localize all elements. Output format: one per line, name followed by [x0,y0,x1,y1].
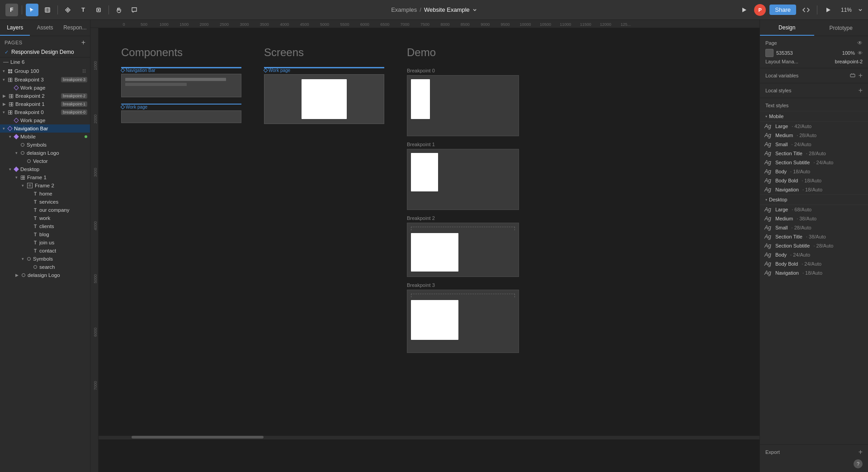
tab-prototype[interactable]: Prototype [814,20,868,36]
nav-bar-component[interactable]: Navigation Bar [121,68,241,97]
ts-desktop-section-subtitle[interactable]: Ag Section Subtitle · 28/Auto [760,241,868,250]
add-export-button[interactable]: + [859,448,863,456]
layer-breakpoint3[interactable]: ▾ Breakpoint 3 breakpoint-3 [0,76,90,84]
ts-mobile-section-subtitle[interactable]: Ag Section Subtitle · 24/Auto [760,158,868,167]
pen-tool[interactable] [61,4,74,16]
ts-mobile-navigation[interactable]: Ag Navigation · 18/Auto [760,185,868,194]
bp0-frame[interactable] [407,75,519,136]
present-tool[interactable] [738,4,750,16]
tab-responsive[interactable]: Respon... [60,20,90,36]
tab-design[interactable]: Design [760,20,814,36]
page-eye-icon[interactable]: 👁 [857,40,863,46]
local-variables-actions: + [849,72,863,79]
ts-mobile-section-title[interactable]: Ag Section Title · 28/Auto [760,149,868,158]
export-section: Export + ? [760,444,868,472]
layer-symbols-desktop[interactable]: ▾ Symbols [0,255,90,263]
desktop-group-header[interactable]: ▾ Desktop [760,194,868,205]
layer-breakpoint0[interactable]: ▾ Breakpoint 0 breakpoint-0 [0,108,90,116]
layer-group100[interactable]: ▾ Group 100 [0,67,90,76]
share-button[interactable]: Share [769,5,796,15]
ts-label: Large [775,207,788,212]
ts-desktop-medium[interactable]: Ag Medium · 38/Auto [760,214,868,223]
mobile-group-header[interactable]: ▾ Mobile [760,111,868,122]
zoom-chevron-icon[interactable] [858,8,863,12]
ts-desktop-navigation[interactable]: Ag Navigation · 18/Auto [760,268,868,277]
preview-tool[interactable] [822,4,835,16]
ts-mobile-body-bold[interactable]: Ag Body Bold · 18/Auto [760,176,868,185]
work-page-frame[interactable] [121,110,241,123]
ts-mobile-medium[interactable]: Ag Medium · 28/Auto [760,131,868,140]
ts-desktop-body[interactable]: Ag Body · 24/Auto [760,250,868,259]
layer-search[interactable]: ▾ search [0,263,90,271]
layer-vector-mobile[interactable]: ▾ Vector [0,157,90,165]
bp3-frame[interactable] [407,290,519,353]
add-variable-button[interactable]: + [859,72,863,79]
layer-workpage-bp3[interactable]: ▾ Work page [0,84,90,92]
chevron-down-icon[interactable] [472,8,477,12]
layer-text-clients[interactable]: ▾ T clients [0,222,90,230]
layer-text-home[interactable]: ▾ T home [0,190,90,198]
ts-desktop-small[interactable]: Ag Small · 28/Auto [760,223,868,232]
ts-desktop-large[interactable]: Ag Large · 68/Auto [760,205,868,214]
screen-work-page[interactable]: Work page [264,68,384,124]
page-item-responsive[interactable]: ✓ Responsive Design Demo [0,47,90,57]
ts-desktop-section-title[interactable]: Ag Section Title · 38/Auto [760,232,868,241]
hand-tool[interactable] [113,4,125,16]
brand-logo[interactable]: F [5,4,18,16]
layer-line6[interactable]: — Line 6 [0,57,90,67]
svg-marker-8 [826,8,830,12]
layer-text-ourcompany[interactable]: ▾ T our company [0,206,90,214]
breadcrumb-project[interactable]: Examples [391,6,417,13]
canvas-viewport[interactable]: Components Navigation Bar [99,28,760,472]
tab-assets[interactable]: Assets [30,20,60,36]
active-indicator [85,135,87,138]
ts-label: Body [775,169,787,174]
layer-frame2[interactable]: ▾ ⊞ Frame 2 [0,181,90,190]
layer-symbols-mobile[interactable]: ▾ Symbols [0,141,90,149]
layer-frame1[interactable]: ▾ Frame 1 [0,173,90,181]
select-tool[interactable] [26,4,38,16]
component-tool[interactable] [92,4,105,16]
screen-frame[interactable] [264,74,384,124]
frame-tool[interactable] [41,4,54,16]
h-scrollbar[interactable] [99,436,760,439]
layer-navigation-bar[interactable]: ▾ Navigation Bar [0,124,90,133]
add-style-button[interactable]: + [859,87,863,94]
layer-workpage-bp0[interactable]: ▾ Work page [0,116,90,124]
diamond-icon [14,118,19,123]
bp2-dashed-line [411,227,515,230]
ts-desktop-body-bold[interactable]: Ag Body Bold · 24/Auto [760,259,868,268]
ts-mobile-body[interactable]: Ag Body · 18/Auto [760,167,868,176]
layer-breakpoint2[interactable]: ▶ Breakpoint 2 breakpoint-2 [0,92,90,100]
layer-breakpoint1[interactable]: ▶ Breakpoint 1 breakpoint-1 [0,100,90,108]
layer-text-blog[interactable]: ▾ T blog [0,230,90,238]
text-tool[interactable]: T [77,4,90,16]
code-view-tool[interactable] [800,4,812,16]
tab-layers[interactable]: Layers [0,20,30,36]
layer-text-joinus[interactable]: ▾ T join us [0,238,90,247]
layer-mobile[interactable]: ▾ Mobile [0,133,90,141]
layer-text-work[interactable]: ▾ T work [0,214,90,222]
layer-delasign-desktop[interactable]: ▶ delasign Logo [0,271,90,279]
layer-desktop[interactable]: ▾ Desktop [0,165,90,173]
nav-bar-frame[interactable] [121,74,241,97]
comment-tool[interactable] [128,4,141,16]
variables-icon[interactable] [849,72,856,79]
ts-mobile-small[interactable]: Ag Small · 24/Auto [760,140,868,149]
layer-delasign-mobile[interactable]: ▾ delasign Logo [0,149,90,157]
page-color-swatch[interactable] [765,49,774,57]
ts-mobile-large[interactable]: Ag Large · 42/Auto [760,122,868,131]
page-opacity-eye-icon[interactable]: 👁 [858,50,863,56]
breadcrumb-file[interactable]: Website Example [424,6,470,13]
pages-section: Pages + ✓ Responsive Design Demo [0,36,90,57]
layer-text-contact[interactable]: ▾ T contact [0,247,90,255]
user-avatar[interactable]: P [754,4,766,16]
h-scrollbar-thumb[interactable] [132,436,264,439]
layer-text-services[interactable]: ▾ T services [0,198,90,206]
bp1-frame[interactable] [407,149,519,210]
help-button[interactable]: ? [854,459,863,468]
work-page-component[interactable]: Work page [121,105,241,123]
bp2-frame[interactable] [407,223,519,277]
zoom-level[interactable]: 11% [838,6,854,14]
add-page-button[interactable]: + [81,39,85,46]
